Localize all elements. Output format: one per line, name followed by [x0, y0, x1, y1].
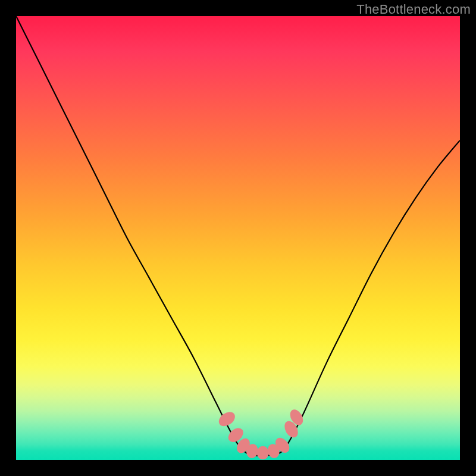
chart-marker — [216, 409, 237, 430]
chart-curve — [16, 16, 460, 456]
chart-markers — [216, 407, 305, 459]
chart-svg — [16, 16, 460, 460]
watermark-text: TheBottleneck.com — [356, 2, 471, 17]
chart-plot-area — [16, 16, 460, 460]
chart-marker — [257, 446, 269, 459]
chart-frame: TheBottleneck.com — [0, 0, 476, 476]
